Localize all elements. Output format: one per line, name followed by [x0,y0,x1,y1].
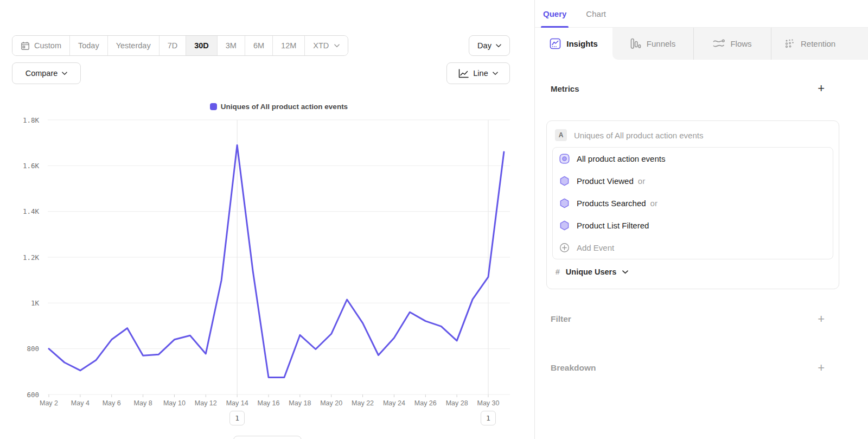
svg-text:May 2: May 2 [40,399,58,407]
svg-text:May 10: May 10 [163,399,186,407]
legend-series-label: Uniques of All product action events [221,103,348,111]
breakdown-heading: Breakdown [551,363,596,373]
event-hexagon-icon [559,198,570,208]
svg-text:May 26: May 26 [414,399,437,407]
date-range-7d[interactable]: 7D [159,36,187,55]
svg-text:May 24: May 24 [383,399,405,407]
compare-dropdown[interactable]: Compare [12,62,81,84]
chart-type-label: Line [473,69,488,78]
svg-text:May 8: May 8 [134,399,152,407]
event-hexagon-icon [559,176,570,186]
metric-letter-badge: A [555,129,567,141]
event-row-product-list-filtered[interactable]: Product List Filtered [553,214,833,237]
event-row-product-viewed[interactable]: Product Viewed or [553,170,833,192]
metric-title: Uniques of All product action events [574,131,703,140]
flows-icon [713,39,725,49]
annotation-badge[interactable]: 1 [481,411,496,425]
legend-swatch [210,103,217,110]
svg-text:May 16: May 16 [258,399,280,407]
date-range-3m[interactable]: 3M [218,36,245,55]
report-tab-label: Insights [566,39,598,48]
svg-text:1K: 1K [31,299,40,307]
report-tab-label: Flows [730,39,751,48]
line-chart-icon [458,69,469,78]
chart-legend: Uniques of All product action events [48,103,510,111]
event-hexagon-icon [559,220,570,231]
add-metric-button[interactable]: + [818,83,825,94]
filter-heading: Filter [551,314,571,324]
date-range-yesterday[interactable]: Yesterday [108,36,159,55]
chevron-down-icon [493,72,498,75]
svg-text:May 14: May 14 [226,399,248,407]
query-panel: Query Chart Insights [534,0,868,439]
tab-query[interactable]: Query [542,0,567,27]
report-tab-label: Retention [801,39,835,48]
svg-text:1.2K: 1.2K [23,253,40,262]
number-sign-icon: # [556,268,560,276]
granularity-label: Day [477,41,492,50]
panel-tab-bar: Query Chart [535,0,868,28]
svg-text:800: 800 [27,345,39,353]
annotation-badge[interactable]: 1 [229,411,245,425]
chevron-down-icon [62,72,67,75]
chart-type-dropdown[interactable]: Line [446,62,510,84]
event-row-products-searched[interactable]: Products Searched or [553,192,833,214]
tab-chart[interactable]: Chart [585,0,607,27]
metrics-heading: Metrics [551,84,579,93]
svg-text:May 30: May 30 [477,399,500,407]
event-or-operator: or [638,176,645,186]
tab-insights[interactable]: Insights [535,28,612,60]
chart-footer-control[interactable] [233,436,302,439]
tab-retention[interactable]: Retention [771,28,868,60]
event-row-all-product-action-events[interactable]: All product action events [553,148,833,170]
chart-report-area: 6008001K1.2K1.4K1.6K1.8KMay 2May 4May 6M… [0,0,534,439]
date-range-label: Custom [34,41,61,50]
add-breakdown-button[interactable]: + [818,362,825,373]
add-filter-button[interactable]: + [818,314,825,325]
compare-label: Compare [25,69,58,78]
svg-text:1.4K: 1.4K [23,207,40,215]
date-range-12m[interactable]: 12M [273,36,305,55]
date-range-30d[interactable]: 30D [186,36,218,55]
chevron-down-icon [622,270,628,274]
funnels-icon [630,38,641,49]
date-range-6m[interactable]: 6M [245,36,273,55]
report-tab-label: Funnels [647,39,675,48]
add-event-button[interactable]: Add Event [553,237,833,259]
svg-text:May 6: May 6 [103,399,121,407]
event-group-icon [559,154,570,164]
svg-text:May 22: May 22 [352,399,374,407]
date-range-today[interactable]: Today [70,36,108,55]
svg-text:May 12: May 12 [195,399,217,407]
granularity-dropdown[interactable]: Day [469,35,510,56]
chevron-down-icon [496,44,501,48]
event-or-operator: or [650,199,658,208]
tab-flows[interactable]: Flows [693,28,771,60]
date-range-control: Custom Today Yesterday 7D 30D 3M 6M 12M … [12,35,348,56]
svg-text:1.6K: 1.6K [23,162,40,170]
retention-icon [784,39,795,49]
date-range-custom[interactable]: Custom [12,36,70,55]
calendar-icon [21,41,30,50]
metric-card: A Uniques of All product action events A… [546,120,839,289]
aggregation-dropdown[interactable]: # Unique Users [547,259,839,284]
svg-text:600: 600 [27,391,39,399]
event-list: All product action events Product Viewed… [552,147,833,259]
svg-text:May 18: May 18 [289,399,311,407]
report-type-tab-bar: Insights Funnels Flows [535,28,868,60]
tab-funnels[interactable]: Funnels [612,28,693,60]
chevron-down-icon [334,44,340,48]
date-range-xtd[interactable]: XTD [305,36,348,55]
svg-text:May 20: May 20 [320,399,342,407]
svg-text:May 4: May 4 [71,399,90,407]
plus-circle-icon [559,243,570,253]
svg-text:May 28: May 28 [446,399,468,407]
svg-text:1.8K: 1.8K [23,116,40,124]
insights-icon [550,38,561,49]
